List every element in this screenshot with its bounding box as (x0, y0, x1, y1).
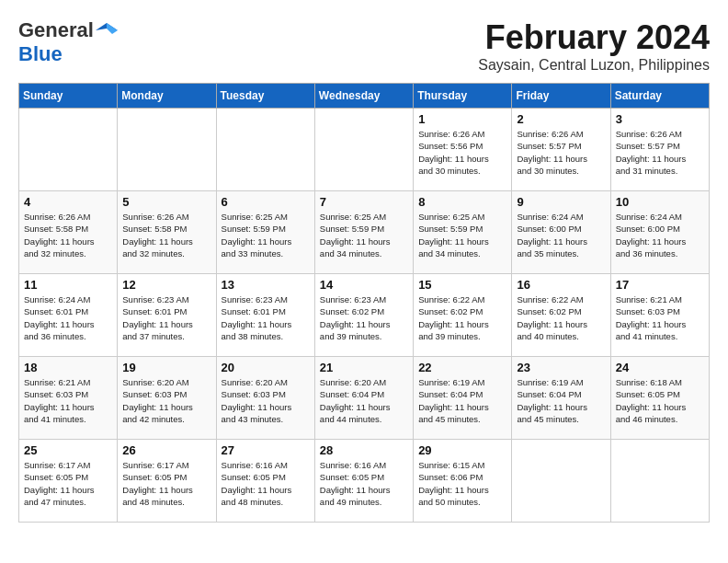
day-number: 26 (122, 443, 210, 457)
calendar-header-tuesday: Tuesday (216, 84, 314, 109)
day-number: 9 (517, 195, 605, 209)
calendar-week-5: 25Sunrise: 6:17 AM Sunset: 6:05 PM Dayli… (19, 440, 710, 523)
calendar-cell: 4Sunrise: 6:26 AM Sunset: 5:58 PM Daylig… (19, 191, 118, 274)
cell-info: Sunrise: 6:20 AM Sunset: 6:04 PM Dayligh… (320, 376, 408, 425)
day-number: 8 (418, 195, 506, 209)
day-number: 17 (616, 278, 704, 292)
day-number: 5 (122, 195, 210, 209)
day-number: 21 (320, 361, 408, 374)
cell-info: Sunrise: 6:23 AM Sunset: 6:01 PM Dayligh… (122, 293, 210, 342)
calendar-header-friday: Friday (512, 84, 610, 109)
day-number: 16 (517, 278, 605, 292)
logo: General Blue (18, 18, 118, 66)
calendar-header-wednesday: Wednesday (314, 84, 413, 109)
title-block: February 2024 Saysain, Central Luzon, Ph… (478, 18, 710, 74)
day-number: 6 (222, 195, 310, 209)
cell-info: Sunrise: 6:23 AM Sunset: 6:02 PM Dayligh… (320, 293, 408, 342)
calendar-cell: 9Sunrise: 6:24 AM Sunset: 6:00 PM Daylig… (512, 191, 610, 274)
day-number: 15 (418, 278, 506, 292)
day-number: 13 (222, 278, 310, 292)
calendar-cell: 10Sunrise: 6:24 AM Sunset: 6:00 PM Dayli… (610, 191, 709, 274)
day-number: 22 (418, 361, 506, 374)
cell-info: Sunrise: 6:16 AM Sunset: 6:05 PM Dayligh… (320, 459, 408, 508)
calendar-cell: 12Sunrise: 6:23 AM Sunset: 6:01 PM Dayli… (118, 274, 216, 357)
calendar-cell: 25Sunrise: 6:17 AM Sunset: 6:05 PM Dayli… (19, 440, 118, 523)
day-number: 10 (616, 195, 704, 209)
calendar-cell: 19Sunrise: 6:20 AM Sunset: 6:03 PM Dayli… (118, 357, 216, 440)
cell-info: Sunrise: 6:19 AM Sunset: 6:04 PM Dayligh… (418, 376, 506, 425)
calendar-body: 1Sunrise: 6:26 AM Sunset: 5:56 PM Daylig… (19, 109, 710, 523)
logo-bird-icon (96, 21, 118, 40)
cell-info: Sunrise: 6:25 AM Sunset: 5:59 PM Dayligh… (222, 211, 310, 259)
cell-info: Sunrise: 6:25 AM Sunset: 5:59 PM Dayligh… (418, 211, 506, 259)
calendar-cell: 26Sunrise: 6:17 AM Sunset: 6:05 PM Dayli… (118, 440, 216, 523)
cell-info: Sunrise: 6:17 AM Sunset: 6:05 PM Dayligh… (122, 459, 210, 508)
day-number: 23 (517, 361, 605, 374)
cell-info: Sunrise: 6:25 AM Sunset: 5:59 PM Dayligh… (320, 211, 408, 259)
calendar-cell: 5Sunrise: 6:26 AM Sunset: 5:58 PM Daylig… (118, 191, 216, 274)
cell-info: Sunrise: 6:24 AM Sunset: 6:00 PM Dayligh… (616, 211, 704, 259)
calendar-week-3: 11Sunrise: 6:24 AM Sunset: 6:01 PM Dayli… (19, 274, 710, 357)
cell-info: Sunrise: 6:26 AM Sunset: 5:57 PM Dayligh… (616, 128, 704, 177)
calendar-cell: 8Sunrise: 6:25 AM Sunset: 5:59 PM Daylig… (414, 191, 512, 274)
logo-blue: Blue (18, 42, 63, 66)
calendar-header-row: SundayMondayTuesdayWednesdayThursdayFrid… (19, 84, 710, 109)
location-subtitle: Saysain, Central Luzon, Philippines (478, 57, 710, 74)
calendar-header-saturday: Saturday (610, 84, 709, 109)
calendar-cell: 2Sunrise: 6:26 AM Sunset: 5:57 PM Daylig… (512, 109, 610, 191)
day-number: 24 (616, 361, 704, 374)
day-number: 25 (24, 443, 112, 457)
cell-info: Sunrise: 6:22 AM Sunset: 6:02 PM Dayligh… (517, 293, 605, 342)
calendar-cell: 29Sunrise: 6:15 AM Sunset: 6:06 PM Dayli… (414, 440, 512, 523)
day-number: 18 (24, 361, 112, 374)
calendar-table: SundayMondayTuesdayWednesdayThursdayFrid… (18, 83, 710, 523)
day-number: 4 (24, 195, 112, 209)
cell-info: Sunrise: 6:18 AM Sunset: 6:05 PM Dayligh… (616, 376, 704, 425)
cell-info: Sunrise: 6:24 AM Sunset: 6:00 PM Dayligh… (517, 211, 605, 259)
calendar-cell: 22Sunrise: 6:19 AM Sunset: 6:04 PM Dayli… (414, 357, 512, 440)
cell-info: Sunrise: 6:21 AM Sunset: 6:03 PM Dayligh… (24, 376, 112, 425)
calendar-cell (512, 440, 610, 523)
day-number: 11 (24, 278, 112, 292)
calendar-cell: 1Sunrise: 6:26 AM Sunset: 5:56 PM Daylig… (414, 109, 512, 191)
calendar-cell: 18Sunrise: 6:21 AM Sunset: 6:03 PM Dayli… (19, 357, 118, 440)
day-number: 27 (222, 443, 310, 457)
calendar-week-2: 4Sunrise: 6:26 AM Sunset: 5:58 PM Daylig… (19, 191, 710, 274)
calendar-header-monday: Monday (118, 84, 216, 109)
calendar-cell: 17Sunrise: 6:21 AM Sunset: 6:03 PM Dayli… (610, 274, 709, 357)
calendar-cell: 28Sunrise: 6:16 AM Sunset: 6:05 PM Dayli… (314, 440, 413, 523)
logo-general: General (18, 18, 94, 42)
cell-info: Sunrise: 6:20 AM Sunset: 6:03 PM Dayligh… (122, 376, 210, 425)
cell-info: Sunrise: 6:26 AM Sunset: 5:58 PM Dayligh… (122, 211, 210, 259)
day-number: 7 (320, 195, 408, 209)
calendar-cell (314, 109, 413, 191)
calendar-header-sunday: Sunday (19, 84, 118, 109)
calendar-week-1: 1Sunrise: 6:26 AM Sunset: 5:56 PM Daylig… (19, 109, 710, 191)
cell-info: Sunrise: 6:21 AM Sunset: 6:03 PM Dayligh… (616, 293, 704, 342)
calendar-week-4: 18Sunrise: 6:21 AM Sunset: 6:03 PM Dayli… (19, 357, 710, 440)
calendar-cell: 23Sunrise: 6:19 AM Sunset: 6:04 PM Dayli… (512, 357, 610, 440)
calendar-cell: 11Sunrise: 6:24 AM Sunset: 6:01 PM Dayli… (19, 274, 118, 357)
calendar-cell: 27Sunrise: 6:16 AM Sunset: 6:05 PM Dayli… (216, 440, 314, 523)
calendar-header-thursday: Thursday (414, 84, 512, 109)
cell-info: Sunrise: 6:15 AM Sunset: 6:06 PM Dayligh… (418, 459, 506, 508)
day-number: 2 (517, 112, 605, 126)
day-number: 19 (122, 361, 210, 374)
day-number: 12 (122, 278, 210, 292)
day-number: 20 (222, 361, 310, 374)
page-header: General Blue February 2024 Saysain, Cent… (18, 18, 710, 74)
cell-info: Sunrise: 6:26 AM Sunset: 5:57 PM Dayligh… (517, 128, 605, 177)
cell-info: Sunrise: 6:24 AM Sunset: 6:01 PM Dayligh… (24, 293, 112, 342)
calendar-cell: 13Sunrise: 6:23 AM Sunset: 6:01 PM Dayli… (216, 274, 314, 357)
cell-info: Sunrise: 6:23 AM Sunset: 6:01 PM Dayligh… (222, 293, 310, 342)
svg-marker-1 (107, 23, 118, 34)
day-number: 28 (320, 443, 408, 457)
calendar-cell: 6Sunrise: 6:25 AM Sunset: 5:59 PM Daylig… (216, 191, 314, 274)
calendar-cell: 15Sunrise: 6:22 AM Sunset: 6:02 PM Dayli… (414, 274, 512, 357)
cell-info: Sunrise: 6:26 AM Sunset: 5:56 PM Dayligh… (418, 128, 506, 177)
day-number: 3 (616, 112, 704, 126)
calendar-cell: 3Sunrise: 6:26 AM Sunset: 5:57 PM Daylig… (610, 109, 709, 191)
cell-info: Sunrise: 6:22 AM Sunset: 6:02 PM Dayligh… (418, 293, 506, 342)
calendar-cell: 20Sunrise: 6:20 AM Sunset: 6:03 PM Dayli… (216, 357, 314, 440)
cell-info: Sunrise: 6:17 AM Sunset: 6:05 PM Dayligh… (24, 459, 112, 508)
